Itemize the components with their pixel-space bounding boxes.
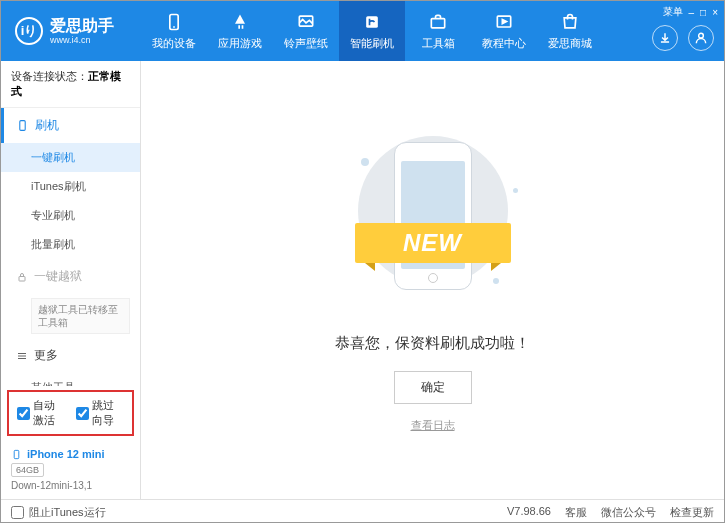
device-name: iPhone 12 mini <box>11 448 130 460</box>
svg-rect-4 <box>431 18 444 27</box>
user-icon <box>694 31 708 45</box>
sidebar: 设备连接状态：正常模式 刷机 一键刷机 iTunes刷机 专业刷机 批量刷机 一… <box>1 61 141 499</box>
version-label: V7.98.66 <box>507 505 551 520</box>
logo-area: iり 爱思助手 www.i4.cn <box>1 17 141 45</box>
nav-tab-apps[interactable]: 应用游戏 <box>207 1 273 61</box>
device-model: Down-12mini-13,1 <box>11 480 130 491</box>
checkbox-row: 自动激活 跳过向导 <box>7 390 134 436</box>
sidebar-item-oneclick-flash[interactable]: 一键刷机 <box>1 143 140 172</box>
conn-label: 设备连接状态： <box>11 70 88 82</box>
checkbox-skip-guide[interactable]: 跳过向导 <box>76 398 125 428</box>
tutorial-icon <box>494 12 514 32</box>
nav-tab-store[interactable]: 爱思商城 <box>537 1 603 61</box>
sidebar-item-batch-flash[interactable]: 批量刷机 <box>1 230 140 259</box>
sidebar-item-other-tools[interactable]: 其他工具 <box>1 373 140 386</box>
sidebar-item-pro-flash[interactable]: 专业刷机 <box>1 201 140 230</box>
nav-label: 我的设备 <box>152 36 196 51</box>
titlebar-controls: 菜单 – □ × <box>663 5 718 19</box>
nav-tab-tutorial[interactable]: 教程中心 <box>471 1 537 61</box>
user-button[interactable] <box>688 25 714 51</box>
check-update-link[interactable]: 检查更新 <box>670 505 714 520</box>
menu-icon <box>16 350 28 362</box>
download-icon <box>658 31 672 45</box>
toolbox-icon <box>428 12 448 32</box>
sidebar-item-itunes-flash[interactable]: iTunes刷机 <box>1 172 140 201</box>
side-list: 刷机 一键刷机 iTunes刷机 专业刷机 批量刷机 一键越狱 越狱工具已转移至… <box>1 108 140 386</box>
svg-rect-12 <box>14 450 19 458</box>
statusbar-right: V7.98.66 客服 微信公众号 检查更新 <box>507 505 714 520</box>
svg-rect-7 <box>20 121 25 131</box>
titlebar-min[interactable]: – <box>689 7 695 18</box>
titlebar-close[interactable]: × <box>712 7 718 18</box>
view-log-link[interactable]: 查看日志 <box>411 418 455 433</box>
sidebar-group-more[interactable]: 更多 <box>1 338 140 373</box>
phone-icon <box>16 119 29 132</box>
checkbox-label: 自动激活 <box>33 398 66 428</box>
nav-label: 铃声壁纸 <box>284 36 328 51</box>
device-capacity: 64GB <box>11 463 44 477</box>
phone-icon <box>11 449 22 460</box>
statusbar: 阻止iTunes运行 V7.98.66 客服 微信公众号 检查更新 <box>1 499 724 523</box>
wechat-link[interactable]: 微信公众号 <box>601 505 656 520</box>
nav-tab-flash[interactable]: 智能刷机 <box>339 1 405 61</box>
sidebar-group-jailbreak[interactable]: 一键越狱 <box>1 259 140 294</box>
svg-point-6 <box>699 33 704 38</box>
app-title: 爱思助手 <box>50 17 114 35</box>
nav-label: 智能刷机 <box>350 36 394 51</box>
svg-rect-3 <box>366 16 378 28</box>
nav-tab-toolbox[interactable]: 工具箱 <box>405 1 471 61</box>
device-title: iPhone 12 mini <box>27 448 105 460</box>
main-content: NEW 恭喜您，保资料刷机成功啦！ 确定 查看日志 <box>141 61 724 499</box>
lock-icon <box>16 271 28 283</box>
device-row[interactable]: iPhone 12 mini 64GB Down-12mini-13,1 <box>1 440 140 499</box>
phone-icon <box>164 12 184 32</box>
block-itunes-label: 阻止iTunes运行 <box>29 505 106 520</box>
nav-label: 应用游戏 <box>218 36 262 51</box>
success-illustration: NEW <box>333 128 533 318</box>
skip-guide-checkbox[interactable] <box>76 407 89 420</box>
body-area: 设备连接状态：正常模式 刷机 一键刷机 iTunes刷机 专业刷机 批量刷机 一… <box>1 61 724 499</box>
block-itunes-checkbox[interactable] <box>11 506 24 519</box>
checkbox-auto-activate[interactable]: 自动激活 <box>17 398 66 428</box>
group-label: 刷机 <box>35 117 59 134</box>
checkbox-label: 跳过向导 <box>92 398 125 428</box>
apps-icon <box>230 12 250 32</box>
group-label: 更多 <box>34 347 58 364</box>
logo-text: 爱思助手 www.i4.cn <box>50 17 114 45</box>
confirm-button[interactable]: 确定 <box>394 371 472 404</box>
statusbar-left: 阻止iTunes运行 <box>11 505 106 520</box>
logo-icon: iり <box>15 17 43 45</box>
new-banner: NEW <box>355 223 511 263</box>
phone-illustration-icon <box>394 142 472 290</box>
titlebar-max[interactable]: □ <box>700 7 706 18</box>
header-right <box>652 25 714 51</box>
nav-tabs: 我的设备 应用游戏 铃声壁纸 智能刷机 工具箱 教程中心 爱思商城 <box>141 1 603 61</box>
app-url: www.i4.cn <box>50 35 114 45</box>
nav-label: 工具箱 <box>422 36 455 51</box>
success-message: 恭喜您，保资料刷机成功啦！ <box>335 334 530 353</box>
wallpaper-icon <box>296 12 316 32</box>
flash-icon <box>362 12 382 32</box>
download-button[interactable] <box>652 25 678 51</box>
nav-label: 教程中心 <box>482 36 526 51</box>
sidebar-group-flash[interactable]: 刷机 <box>1 108 140 143</box>
group-label: 一键越狱 <box>34 268 82 285</box>
nav-tab-device[interactable]: 我的设备 <box>141 1 207 61</box>
connection-status: 设备连接状态：正常模式 <box>1 61 140 108</box>
app-header: iり 爱思助手 www.i4.cn 我的设备 应用游戏 铃声壁纸 智能刷机 工具… <box>1 1 724 61</box>
jailbreak-notice: 越狱工具已转移至 工具箱 <box>31 298 130 334</box>
svg-rect-8 <box>19 276 25 281</box>
store-icon <box>560 12 580 32</box>
nav-tab-wallpaper[interactable]: 铃声壁纸 <box>273 1 339 61</box>
auto-activate-checkbox[interactable] <box>17 407 30 420</box>
customer-service-link[interactable]: 客服 <box>565 505 587 520</box>
nav-label: 爱思商城 <box>548 36 592 51</box>
titlebar-menu[interactable]: 菜单 <box>663 5 683 19</box>
